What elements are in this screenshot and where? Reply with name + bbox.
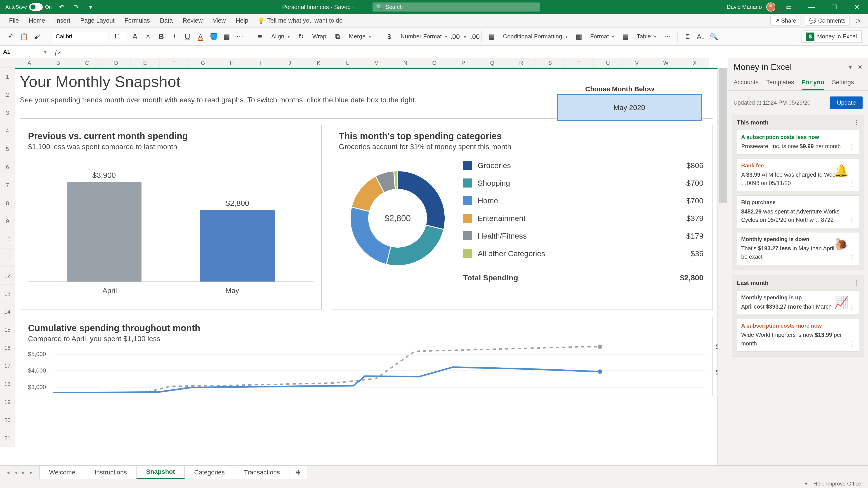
row-header[interactable]: 18 — [0, 375, 15, 393]
merge-menu[interactable]: Merge — [346, 32, 374, 41]
row-header[interactable]: 7 — [0, 176, 15, 194]
menu-tab-help[interactable]: Help — [236, 17, 248, 24]
col-header[interactable]: M — [362, 58, 391, 68]
font-name-input[interactable] — [53, 31, 107, 42]
cond-fmt-icon[interactable]: ▤ — [487, 32, 496, 41]
table-icon[interactable]: ▦ — [621, 32, 630, 41]
sheet-tab-transactions[interactable]: Transactions — [235, 466, 289, 479]
row-header[interactable]: 19 — [0, 393, 15, 411]
redo-icon[interactable]: ↷ — [72, 2, 81, 11]
col-header[interactable]: N — [391, 58, 420, 68]
font-size-input[interactable] — [111, 31, 126, 42]
col-header[interactable]: J — [275, 58, 304, 68]
more-font-icon[interactable]: ⋯ — [235, 32, 244, 41]
format-icon[interactable]: ▥ — [575, 32, 583, 41]
row-header[interactable]: 16 — [0, 339, 15, 357]
side-tab-accounts[interactable]: Accounts — [734, 76, 758, 90]
row-header[interactable]: 13 — [0, 285, 15, 303]
search-box[interactable]: 🔍 Search — [373, 2, 540, 11]
autosave-toggle[interactable]: AutoSave On — [5, 3, 52, 11]
col-header[interactable]: K — [304, 58, 333, 68]
col-header[interactable]: B — [44, 58, 73, 68]
scroll-thumb[interactable] — [719, 68, 727, 203]
more-icon[interactable]: ⋮ — [848, 180, 855, 188]
insight-card[interactable]: A subscription costs less nowProseware, … — [737, 130, 859, 155]
wrap-button[interactable]: Wrap — [310, 32, 329, 41]
col-header[interactable]: C — [73, 58, 102, 68]
decrease-font-icon[interactable]: A — [144, 32, 153, 41]
col-header[interactable]: U — [594, 58, 622, 68]
smiley-icon[interactable]: ☺ — [854, 17, 861, 25]
prev-sheet-icon[interactable]: ◂ — [14, 469, 17, 476]
autosum-icon[interactable]: Σ — [683, 32, 692, 41]
number-format-menu[interactable]: Number Format — [398, 32, 450, 41]
col-header[interactable]: F — [160, 58, 188, 68]
menu-tab-page-layout[interactable]: Page Layout — [80, 17, 115, 24]
merge-icon[interactable]: ⧉ — [333, 32, 342, 41]
select-all-corner[interactable] — [0, 58, 15, 68]
comments-button[interactable]: 💬Comments — [805, 16, 850, 26]
underline-icon[interactable]: U — [183, 32, 192, 41]
col-header[interactable]: D — [102, 58, 131, 68]
align-vertical-icon[interactable]: ≡ — [255, 32, 265, 41]
insight-card[interactable]: Monthly spending is downThat's $193.27 l… — [737, 232, 859, 265]
find-icon[interactable]: 🔍 — [709, 32, 718, 41]
undo-icon[interactable]: ↶ — [57, 2, 66, 11]
more-icon[interactable]: ⋮ — [853, 119, 859, 126]
paste-icon[interactable]: 📋 — [20, 32, 29, 41]
row-header[interactable]: 17 — [0, 357, 15, 375]
name-box[interactable]: ▾ — [0, 46, 52, 58]
row-header[interactable]: 4 — [0, 122, 15, 140]
name-box-input[interactable] — [0, 48, 41, 55]
col-header[interactable]: X — [680, 58, 709, 68]
insight-card[interactable]: A subscription costs more nowWide World … — [737, 319, 859, 352]
autosave-switch[interactable] — [29, 3, 43, 11]
menu-tab-insert[interactable]: Insert — [55, 17, 70, 24]
col-header[interactable]: T — [565, 58, 594, 68]
side-tab-for-you[interactable]: For you — [802, 76, 824, 90]
menu-tab-file[interactable]: File — [9, 17, 19, 24]
minimize-icon[interactable]: — — [802, 0, 820, 14]
increase-font-icon[interactable]: A — [130, 32, 140, 41]
close-panel-icon[interactable]: ✕ — [858, 64, 863, 71]
next-sheet-icon[interactable]: ▸ — [22, 469, 25, 476]
money-in-excel-button[interactable]: $ Money in Excel — [802, 31, 862, 43]
col-header[interactable]: P — [449, 58, 478, 68]
format-painter-icon[interactable]: 🖌 — [33, 32, 41, 41]
more-icon[interactable]: ⋮ — [848, 340, 855, 348]
close-icon[interactable]: ✕ — [848, 0, 866, 14]
sheet-nav[interactable]: ◂ ◂ ▸ ▸ — [0, 466, 39, 479]
chevron-down-icon[interactable]: ▾ — [849, 64, 852, 71]
maximize-icon[interactable]: ☐ — [825, 0, 843, 14]
menu-tab-home[interactable]: Home — [29, 17, 45, 24]
menu-tab-data[interactable]: Data — [160, 17, 173, 24]
insight-card[interactable]: Bank feeA $3.99 ATM fee was charged to W… — [737, 159, 859, 191]
more-styles-icon[interactable]: ⋯ — [663, 32, 672, 41]
more-icon[interactable]: ⋮ — [848, 303, 855, 311]
first-sheet-icon[interactable]: ◂ — [7, 469, 9, 476]
qat-more-icon[interactable]: ▾ — [86, 2, 95, 11]
currency-icon[interactable]: $ — [385, 32, 394, 41]
row-header[interactable]: 3 — [0, 104, 15, 122]
col-header[interactable]: O — [420, 58, 449, 68]
side-tab-settings[interactable]: Settings — [832, 76, 854, 90]
row-header[interactable]: 1 — [0, 68, 15, 86]
vertical-scrollbar[interactable] — [717, 68, 728, 465]
user-name[interactable]: David Mariano — [727, 4, 762, 10]
more-icon[interactable]: ⋮ — [848, 143, 855, 151]
help-improve-link[interactable]: Help Improve Office — [813, 481, 861, 487]
col-header[interactable]: Q — [478, 58, 507, 68]
row-header[interactable]: 14 — [0, 303, 15, 321]
decrease-decimal-icon[interactable]: ←.00 — [467, 32, 476, 41]
sheet-tab-instructions[interactable]: Instructions — [85, 466, 136, 479]
col-header[interactable]: G — [188, 58, 217, 68]
share-button[interactable]: ↗Share — [770, 16, 801, 26]
side-tab-templates[interactable]: Templates — [766, 76, 794, 90]
ribbon-display-icon[interactable]: ▭ — [780, 0, 798, 14]
formula-input[interactable] — [63, 46, 868, 58]
row-header[interactable]: 20 — [0, 411, 15, 429]
col-header[interactable]: A — [15, 58, 44, 68]
row-header[interactable]: 15 — [0, 321, 15, 339]
row-header[interactable]: 8 — [0, 194, 15, 213]
document-title[interactable]: Personal finances - Saved — [282, 4, 354, 11]
